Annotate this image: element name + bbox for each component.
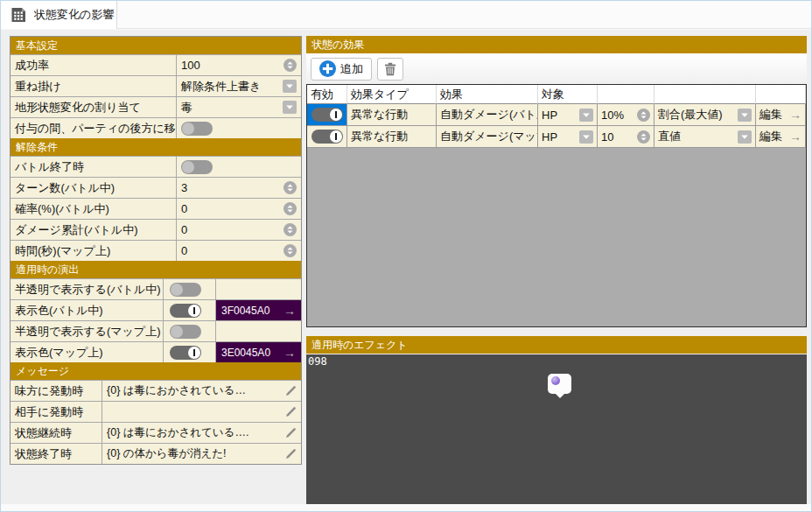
settings-row: 表示色(バトル中)3F0045A0→: [10, 299, 301, 320]
pencil-icon: [285, 448, 297, 459]
number-field[interactable]: 3: [176, 178, 301, 198]
amount-value: 10: [601, 130, 613, 144]
enabled-cell[interactable]: [307, 104, 347, 126]
settings-row: 相手に発動時: [10, 401, 301, 422]
dropdown-field[interactable]: 毒: [176, 97, 301, 117]
trash-icon: [383, 62, 397, 76]
field-value: {0} の体から毒が消えた!: [107, 446, 227, 461]
add-effect-button[interactable]: 追加: [311, 58, 372, 81]
toggle-on[interactable]: [170, 346, 201, 360]
toggle-off[interactable]: [181, 160, 213, 174]
empty-cell: [215, 321, 301, 341]
toggle-off[interactable]: [170, 283, 201, 297]
number-field[interactable]: 0: [176, 199, 301, 219]
column-header: 効果タイプ: [347, 85, 437, 104]
number-field[interactable]: 0: [176, 241, 301, 261]
toggle-cell: [163, 279, 215, 299]
effects-panel-header: 状態の効果: [306, 36, 807, 53]
message-field[interactable]: {0} の体から毒が消えた!: [102, 444, 301, 464]
edit-label: 編集: [760, 107, 782, 123]
settings-row: 確率(%)(バトル中)0: [10, 198, 301, 219]
enabled-cell[interactable]: [307, 126, 347, 148]
row-label: 重ね掛け: [10, 76, 176, 96]
tab-state-change-effect[interactable]: 状態変化の影響: [1, 1, 117, 29]
toggle-on[interactable]: [312, 130, 343, 144]
add-effect-label: 追加: [340, 61, 363, 77]
message-field[interactable]: [102, 402, 301, 422]
target-value: HP: [542, 109, 557, 122]
row-label: 時間(秒)(マップ上): [10, 241, 176, 261]
toggle-on[interactable]: [312, 108, 343, 122]
arrow-right-icon: →: [789, 108, 802, 122]
target-value: HP: [542, 130, 557, 144]
target-dropdown[interactable]: HP: [538, 104, 598, 126]
effect-cell: 自動ダメージ(マップ上): [437, 126, 538, 148]
number-field[interactable]: 100: [176, 55, 301, 75]
toggle-on[interactable]: [170, 304, 201, 318]
section-header: 基本設定: [10, 37, 301, 54]
amount-spinner[interactable]: 10: [598, 126, 654, 148]
arrow-right-icon: →: [284, 346, 296, 360]
bottom-margin: [1, 504, 811, 511]
row-label: 成功率: [10, 55, 176, 75]
row-label: 半透明で表示する(マップ上): [10, 321, 163, 341]
up-down-spinner-icon: [284, 244, 297, 257]
tab-title: 状態変化の影響: [34, 7, 114, 23]
field-value: 毒: [181, 100, 192, 116]
effect-preview-area: 098: [306, 354, 807, 506]
delete-effect-button[interactable]: [377, 58, 403, 81]
effect-id-label: 098: [308, 355, 327, 368]
plus-circle-icon: [319, 60, 336, 77]
toggle-off[interactable]: [181, 122, 213, 136]
settings-row: 半透明で表示する(バトル中): [10, 278, 301, 299]
message-field[interactable]: {0} は毒におかされている…: [102, 381, 301, 401]
section-header: 解除条件: [10, 138, 301, 156]
color-swatch[interactable]: 3F0045A0→: [215, 300, 301, 320]
calc-value: 割合(最大値): [658, 107, 723, 123]
field-value: 0: [181, 223, 187, 236]
section-header: 適用時の演出: [10, 261, 301, 278]
edit-button[interactable]: 編集→: [756, 104, 806, 126]
field-value: {0} は毒におかされている…: [107, 383, 246, 398]
dropdown-arrow-icon: [738, 109, 752, 122]
effect-type-cell: 異常な行動: [347, 104, 437, 126]
toggle-off[interactable]: [170, 325, 201, 339]
up-down-spinner-icon: [284, 181, 297, 194]
settings-row: 状態終了時{0} の体から毒が消えた!: [10, 443, 301, 464]
poison-orb-icon: [551, 376, 560, 385]
toggle-knob: [188, 347, 200, 359]
speech-bubble-sprite: [548, 374, 571, 394]
calc-dropdown[interactable]: 直値: [654, 126, 756, 148]
left-panel: 基本設定成功率100重ね掛け解除条件上書き地形状態変化の割り当て毒付与の間、パー…: [10, 36, 302, 465]
settings-row: 表示色(マップ上)3E0045A0→: [10, 341, 301, 362]
edit-label: 編集: [760, 129, 782, 144]
row-label: バトル終了時: [10, 157, 176, 177]
row-label: 状態終了時: [10, 444, 102, 464]
calc-dropdown[interactable]: 割合(最大値): [654, 104, 756, 126]
effect-row[interactable]: 異常な行動自動ダメージ(マップ上)HP10直値編集→: [307, 126, 806, 148]
row-label: 表示色(バトル中): [10, 300, 163, 320]
up-down-spinner-icon: [637, 109, 650, 122]
target-dropdown[interactable]: HP: [538, 126, 598, 148]
up-down-spinner-icon: [284, 202, 297, 215]
color-swatch[interactable]: 3E0045A0→: [215, 342, 301, 362]
effect-row[interactable]: 異常な行動自動ダメージ(バトル中)HP10%割合(最大値)編集→: [307, 104, 806, 126]
pencil-icon: [285, 406, 297, 417]
dropdown-field[interactable]: 解除条件上書き: [176, 76, 301, 96]
effects-toolbar: 追加: [306, 53, 807, 84]
amount-spinner[interactable]: 10%: [598, 104, 654, 126]
edit-button[interactable]: 編集→: [756, 126, 806, 148]
amount-value: 10%: [601, 109, 624, 122]
message-field[interactable]: {0} は毒におかされている….: [102, 423, 301, 443]
arrow-right-icon: →: [789, 130, 802, 144]
row-label: 味方に発動時: [10, 381, 102, 401]
settings-row: 半透明で表示する(マップ上): [10, 320, 301, 341]
row-label: 表示色(マップ上): [10, 342, 163, 362]
row-label: 地形状態変化の割り当て: [10, 97, 176, 117]
toggle-cell: [176, 157, 301, 177]
dropdown-arrow-icon: [283, 101, 297, 114]
settings-row: 成功率100: [10, 54, 301, 75]
number-field[interactable]: 0: [176, 220, 301, 240]
settings-row: 付与の間、パーティの後方に移動: [10, 117, 301, 138]
applied-effect-panel-header: 適用時のエフェクト: [306, 336, 807, 354]
